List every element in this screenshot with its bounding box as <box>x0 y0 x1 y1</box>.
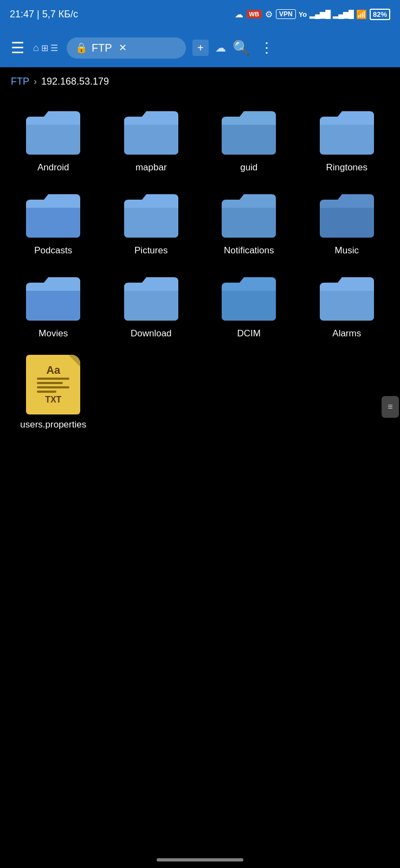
network-type: Yo <box>299 10 307 18</box>
tab-close-button[interactable]: ✕ <box>119 42 127 54</box>
network-icons: VPN Yo ▂▄▆█ ▂▄▆█ 📶 82% <box>276 9 390 20</box>
settings-icon: ⚙ <box>265 9 273 20</box>
folder-download-label: Download <box>131 328 172 340</box>
file-ext-label: TXT <box>45 395 61 405</box>
file-users-properties-label: users.properties <box>20 419 86 431</box>
file-grid: Android mapbar guid Ringtones <box>0 92 400 443</box>
tabs-list-icon[interactable]: ☰ <box>50 43 58 53</box>
more-options-button[interactable]: ⋮ <box>260 40 274 56</box>
menu-button[interactable]: ☰ <box>9 37 27 59</box>
new-tab-button[interactable]: + <box>192 40 209 56</box>
breadcrumb-ip: 192.168.53.179 <box>41 76 109 87</box>
folder-pictures-label: Pictures <box>134 245 167 257</box>
ftp-tab[interactable]: 🔒 FTP ✕ <box>67 37 186 59</box>
file-lines <box>37 378 69 393</box>
tab-label: FTP <box>92 42 112 54</box>
battery-indicator: 82% <box>370 9 390 20</box>
file-users-properties[interactable]: Aa TXT users.properties <box>4 346 102 437</box>
folder-guid[interactable]: guid <box>200 97 298 180</box>
folder-dcim[interactable]: DCIM <box>200 263 298 346</box>
cloud-nav-icon[interactable]: ☁ <box>215 41 226 54</box>
folder-mapbar-label: mapbar <box>136 162 167 174</box>
folder-notifications-label: Notifications <box>224 245 274 257</box>
home-icon[interactable]: ⌂ <box>33 42 39 54</box>
toolbar-right: 🔍 ⋮ <box>233 40 274 56</box>
status-right-icons: ☁ WB ⚙ VPN Yo ▂▄▆█ ▂▄▆█ 📶 82% <box>235 9 390 20</box>
vpn-label: VPN <box>276 9 296 19</box>
status-time-network: 21:47 | 5,7 КБ/с <box>10 9 78 20</box>
folder-download[interactable]: Download <box>102 263 201 346</box>
folder-pictures[interactable]: Pictures <box>102 180 201 263</box>
folder-mapbar[interactable]: mapbar <box>102 97 201 180</box>
toolbar: ☰ ⌂ ⊞ ☰ 🔒 FTP ✕ + ☁ 🔍 ⋮ <box>0 28 400 67</box>
lock-icon: 🔒 <box>75 42 87 54</box>
folder-android[interactable]: Android <box>4 97 102 180</box>
file-aa-text: Aa <box>46 365 60 375</box>
home-bar <box>157 858 243 861</box>
signal-bars-2: ▂▄▆█ <box>333 10 353 18</box>
folder-dcim-label: DCIM <box>237 328 261 340</box>
cloud-icon: ☁ <box>235 9 243 20</box>
breadcrumb: FTP › 192.168.53.179 <box>0 67 400 92</box>
breadcrumb-ftp[interactable]: FTP <box>11 76 29 87</box>
txt-file-icon-graphic: Aa TXT <box>26 355 80 414</box>
folder-ringtones-label: Ringtones <box>326 162 367 174</box>
folder-movies[interactable]: Movies <box>4 263 102 346</box>
status-bar: 21:47 | 5,7 КБ/с ☁ WB ⚙ VPN Yo ▂▄▆█ ▂▄▆█… <box>0 0 400 28</box>
search-button[interactable]: 🔍 <box>233 40 250 56</box>
wb-badge: WB <box>247 10 262 18</box>
folder-podcasts-label: Podcasts <box>34 245 72 257</box>
folder-guid-label: guid <box>240 162 257 174</box>
folder-android-label: Android <box>37 162 69 174</box>
folder-movies-label: Movies <box>38 328 68 340</box>
breadcrumb-separator: › <box>34 76 37 87</box>
signal-bars-1: ▂▄▆█ <box>309 10 330 18</box>
folder-alarms[interactable]: Alarms <box>298 263 396 346</box>
wifi-icon: 📶 <box>356 9 367 20</box>
folder-music[interactable]: Music <box>298 180 396 263</box>
new-tab-icon: + <box>197 42 204 54</box>
folder-podcasts[interactable]: Podcasts <box>4 180 102 263</box>
folder-music-label: Music <box>335 245 359 257</box>
folder-alarms-label: Alarms <box>332 328 361 340</box>
nav-icons: ⌂ ⊞ ☰ <box>33 42 58 54</box>
tabs-grid-icon[interactable]: ⊞ <box>41 43 48 53</box>
scroll-indicator: ≡ <box>382 396 399 418</box>
scroll-icon: ≡ <box>388 402 392 412</box>
folder-notifications[interactable]: Notifications <box>200 180 298 263</box>
folder-ringtones[interactable]: Ringtones <box>298 97 396 180</box>
